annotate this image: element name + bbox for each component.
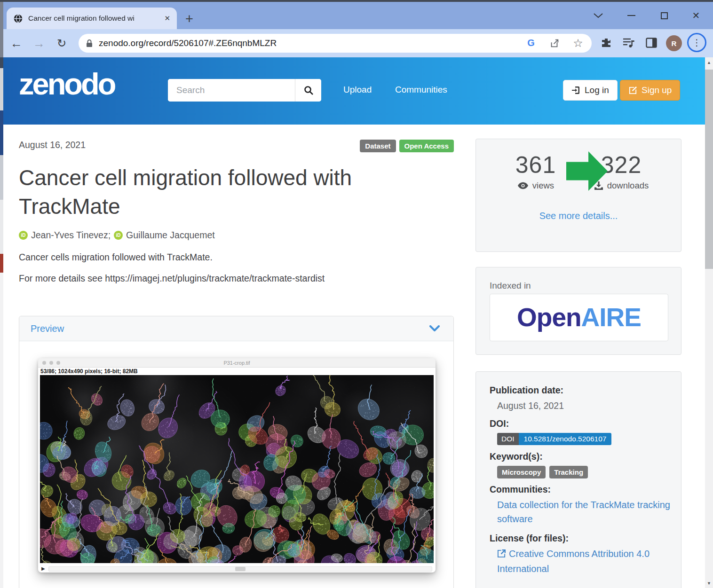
- preview-body: P31-crop.tif 53/86; 1024x490 pixels; 16-…: [19, 341, 453, 572]
- edit-pencil-icon: [628, 86, 637, 95]
- annotation-arrow-green: [566, 150, 609, 194]
- access-badge[interactable]: Open Access: [399, 140, 454, 152]
- community-link[interactable]: Data collection for the TrackMate tracki…: [497, 498, 672, 526]
- desktop-edge-sliver: [0, 200, 3, 254]
- stats-box: 361 views 322 downloads: [475, 139, 681, 252]
- extensions-puzzle-icon[interactable]: [598, 35, 614, 51]
- side-panel-icon[interactable]: [643, 35, 659, 51]
- preview-header[interactable]: Preview: [19, 316, 453, 341]
- search-icon: [303, 85, 314, 95]
- doi-badge[interactable]: DOI 10.5281/zenodo.5206107: [497, 433, 611, 445]
- scroll-down-icon[interactable]: ▼: [705, 581, 713, 586]
- doi-badge-value: 10.5281/zenodo.5206107: [519, 433, 612, 445]
- downloads-label: downloads: [607, 180, 649, 191]
- globe-favicon-icon: [13, 14, 23, 24]
- record-description: Cancer cells migration followed with Tra…: [19, 252, 213, 263]
- publication-date-label: Publication date:: [490, 385, 563, 396]
- browser-tab[interactable]: Cancer cell migration followed wi ✕: [7, 8, 177, 29]
- author-name[interactable]: Guillaume Jacquemet: [126, 230, 215, 241]
- see-more-details-link[interactable]: See more details...: [476, 211, 681, 221]
- forward-icon[interactable]: →: [31, 36, 47, 51]
- bookmark-star-icon[interactable]: ☆: [572, 38, 584, 49]
- desktop-edge-sliver: [0, 2, 3, 57]
- preview-card: Preview P31-crop.tif 53/86; 1024x490 pix…: [19, 316, 454, 588]
- sign-in-icon: [571, 86, 580, 94]
- kebab-menu-icon: ⋮: [692, 37, 701, 48]
- openaire-logo-aire: AIRE: [581, 303, 641, 332]
- desktop-edge-sliver: [0, 254, 3, 273]
- window-minimize-button[interactable]: [623, 9, 639, 22]
- login-button[interactable]: Log in: [563, 80, 618, 101]
- license-link-text: Creative Commons Attribution 4.0 Interna…: [497, 549, 650, 574]
- chevron-down-icon[interactable]: [429, 325, 440, 332]
- imagej-window-title: P31-crop.tif: [38, 358, 436, 368]
- openaire-logo-open: Open: [517, 303, 581, 332]
- preview-label[interactable]: Preview: [31, 323, 64, 334]
- tab-title: Cancer cell migration followed wi: [28, 14, 160, 23]
- orcid-icon[interactable]: iD: [114, 231, 123, 240]
- keyword-badge[interactable]: Tracking: [549, 466, 588, 478]
- record-authors: iD Jean-Yves Tinevez; iD Guillaume Jacqu…: [19, 230, 215, 241]
- zenodo-logo[interactable]: zenodo: [19, 69, 114, 99]
- indexed-in-label: Indexed in: [490, 281, 531, 291]
- browser-menu-button[interactable]: ⋮: [687, 33, 706, 52]
- views-label: views: [532, 180, 554, 191]
- desktop-edge-sliver: [0, 110, 3, 155]
- signup-button[interactable]: Sign up: [620, 80, 680, 101]
- desktop-edge-sliver: [0, 57, 3, 68]
- type-badge[interactable]: Dataset: [360, 140, 396, 152]
- tab-close-icon[interactable]: ✕: [164, 14, 170, 23]
- communities-label: Communities:: [490, 484, 551, 495]
- license-link[interactable]: Creative Commons Attribution 4.0 Interna…: [497, 547, 672, 576]
- svg-text:G: G: [527, 38, 535, 48]
- url-bar[interactable]: zenodo.org/record/5206107#.ZE6nqnbMLZR G…: [79, 34, 592, 53]
- lock-icon: [86, 39, 93, 47]
- record-title: Cancer cell migration followed with Trac…: [19, 164, 433, 220]
- page-scrollbar[interactable]: ▲ ▼: [705, 57, 713, 588]
- frame-scrollbar-thumb: [235, 567, 246, 571]
- author-name[interactable]: Jean-Yves Tinevez;: [31, 230, 111, 241]
- openaire-logo[interactable]: OpenAIRE: [490, 294, 668, 341]
- external-link-icon: [497, 548, 506, 562]
- license-label: License (for files):: [490, 533, 569, 544]
- nav-upload[interactable]: Upload: [343, 85, 372, 95]
- doi-label: DOI:: [490, 418, 509, 429]
- reload-icon[interactable]: ↻: [54, 36, 70, 51]
- desktop-edge-sliver: [0, 68, 3, 110]
- search-button[interactable]: [295, 79, 321, 102]
- play-icon: ▶: [41, 566, 45, 571]
- desktop-edge-sliver: [0, 155, 3, 200]
- doi-badge-prefix: DOI: [497, 433, 519, 445]
- profile-avatar[interactable]: R: [666, 35, 682, 51]
- indexed-in-box: Indexed in OpenAIRE: [475, 267, 681, 355]
- window-maximize-button[interactable]: [656, 9, 672, 22]
- share-icon[interactable]: [548, 38, 561, 48]
- browser-window: Cancer cell migration followed wi ✕ + ✕ …: [0, 0, 713, 588]
- keywords-label: Keyword(s):: [490, 451, 543, 462]
- orcid-icon[interactable]: iD: [19, 231, 28, 240]
- record-date: August 16, 2021: [19, 140, 86, 150]
- zenodo-header: zenodo Upload Communities Log in Sign up: [0, 57, 713, 125]
- imagej-frame-slider: ▶: [38, 565, 436, 572]
- browser-toolbar: ← → ↻ zenodo.org/record/5206107#.ZE6nqnb…: [0, 29, 713, 57]
- back-icon[interactable]: ←: [8, 36, 24, 51]
- record-details-line: For more details see https://imagej.net/…: [19, 273, 325, 284]
- imagej-status-bar: 53/86; 1024x490 pixels; 16-bit; 82MB: [38, 368, 436, 375]
- tab-strip: Cancer cell migration followed wi ✕ + ✕: [0, 2, 713, 29]
- search-box: [168, 79, 321, 102]
- desktop-edge-sliver: [0, 273, 3, 588]
- page-scrollbar-thumb[interactable]: [705, 70, 713, 269]
- media-playlist-icon[interactable]: [621, 35, 637, 51]
- window-close-button[interactable]: ✕: [688, 9, 704, 22]
- microscopy-image: [38, 375, 436, 565]
- keyword-badge[interactable]: Microscopy: [497, 466, 546, 478]
- google-icon[interactable]: G: [525, 38, 537, 49]
- search-input[interactable]: [168, 79, 295, 102]
- eye-icon: [517, 182, 529, 189]
- scroll-up-icon[interactable]: ▲: [705, 60, 713, 65]
- nav-communities[interactable]: Communities: [395, 85, 447, 95]
- views-count: 361: [496, 151, 576, 179]
- new-tab-button[interactable]: +: [185, 11, 193, 27]
- publication-date-value: August 16, 2021: [497, 400, 564, 411]
- window-chevron-icon[interactable]: [590, 9, 606, 22]
